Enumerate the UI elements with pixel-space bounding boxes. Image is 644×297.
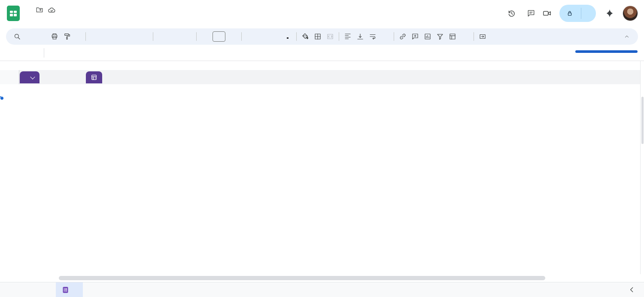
cloud-status-icon[interactable] [48, 6, 56, 14]
share-button[interactable] [559, 5, 596, 22]
font-picker[interactable] [156, 31, 194, 43]
merge-cells-icon [324, 31, 336, 43]
chevron-down-icon [30, 74, 35, 79]
toolbar-divider [153, 32, 153, 41]
formula-bar [0, 45, 644, 61]
bold-icon[interactable] [244, 31, 256, 43]
redo-icon[interactable] [36, 31, 48, 43]
menus-search-icon[interactable] [11, 31, 23, 43]
toolbar-divider [474, 32, 474, 41]
format-currency-icon[interactable] [88, 31, 100, 43]
increase-decimals-icon[interactable] [126, 31, 138, 43]
toolbar-divider [339, 32, 339, 41]
collapse-toolbar-icon[interactable] [621, 31, 633, 43]
fill-color-icon[interactable] [299, 31, 311, 43]
lock-icon [566, 10, 573, 17]
toolbar-divider [196, 32, 197, 41]
vertical-align-icon[interactable] [354, 31, 366, 43]
all-sheets-icon[interactable] [31, 282, 46, 297]
print-icon[interactable] [49, 31, 61, 43]
spreadsheet-grid [0, 61, 644, 274]
scroll-up-icon[interactable] [641, 263, 644, 269]
undo-icon[interactable] [24, 31, 36, 43]
fill-handle[interactable] [0, 96, 4, 100]
scroll-right-icon[interactable] [629, 275, 639, 282]
ltr-paragraph-icon[interactable] [489, 31, 501, 43]
formula-bar-divider [44, 48, 44, 58]
italic-icon[interactable] [257, 31, 269, 43]
format-percent-icon[interactable] [101, 31, 113, 43]
more-formats-button[interactable] [138, 31, 150, 43]
sheets-logo-icon[interactable] [7, 6, 20, 21]
decrease-font-size-icon[interactable] [199, 31, 211, 43]
font-size-input[interactable] [213, 31, 225, 42]
version-history-icon[interactable] [503, 5, 520, 22]
form-icon [62, 286, 69, 294]
formula-input[interactable] [51, 45, 644, 61]
text-color-icon[interactable] [282, 31, 294, 43]
increase-font-size-icon[interactable] [227, 31, 239, 43]
table-header-row [0, 84, 644, 96]
account-avatar[interactable] [623, 6, 638, 21]
add-sheet-icon[interactable] [15, 282, 31, 297]
meet-call-button[interactable] [542, 9, 554, 18]
horizontal-scrollbar[interactable] [0, 274, 644, 282]
share-divider [581, 8, 581, 19]
toolbar-divider [241, 32, 242, 41]
decrease-decimals-icon[interactable] [113, 31, 125, 43]
borders-icon[interactable] [312, 31, 324, 43]
vertical-scrollbar-thumb[interactable] [641, 97, 644, 144]
horizontal-align-icon[interactable] [342, 31, 354, 43]
table-name-chip[interactable] [20, 71, 39, 83]
top-bar [0, 0, 644, 27]
gemini-icon[interactable] [601, 5, 618, 22]
text-wrap-icon[interactable] [367, 31, 379, 43]
sheet-tab-bar [0, 282, 644, 297]
table-icon [91, 74, 97, 81]
collapse-side-panel-icon[interactable] [628, 285, 636, 294]
sheet-tab-form-responses[interactable] [56, 282, 83, 297]
insert-link-icon[interactable] [397, 31, 409, 43]
insert-comment-icon[interactable] [409, 31, 421, 43]
filter-views-icon[interactable] [447, 31, 459, 43]
functions-icon[interactable] [459, 31, 471, 43]
zoom-control[interactable] [73, 31, 83, 43]
text-rotation-icon[interactable] [379, 31, 391, 43]
paint-format-icon[interactable] [61, 31, 73, 43]
table-menu-chip[interactable] [86, 71, 102, 83]
insert-chart-icon[interactable] [422, 31, 434, 43]
toolbar [6, 28, 638, 45]
toolbar-divider [394, 32, 394, 41]
column-header-row [0, 61, 644, 70]
toolbar-divider [85, 32, 86, 41]
loading-progress-bar [575, 50, 638, 53]
scroll-left-icon[interactable] [617, 275, 628, 282]
rtl-paragraph-icon[interactable] [501, 31, 513, 43]
comment-history-icon[interactable] [522, 5, 540, 22]
sheet-direction-icon[interactable] [477, 31, 489, 43]
vertical-scrollbar[interactable] [640, 61, 644, 274]
horizontal-scrollbar-thumb[interactable] [59, 276, 545, 280]
create-filter-icon[interactable] [434, 31, 446, 43]
move-folder-icon[interactable] [36, 6, 43, 14]
toolbar-divider [296, 32, 297, 41]
strikethrough-icon[interactable] [269, 31, 281, 43]
